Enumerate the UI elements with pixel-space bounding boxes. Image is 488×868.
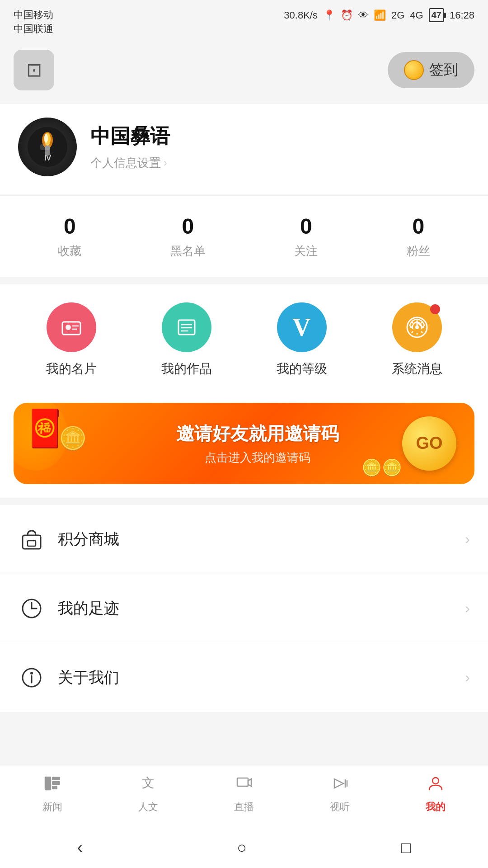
svg-rect-39	[237, 778, 248, 786]
signal-2g-icon: 2G	[391, 9, 404, 21]
avatar[interactable]: Ⅳ	[18, 118, 77, 176]
scan-icon: ⊡	[26, 59, 42, 81]
nav-news[interactable]: 新闻	[5, 774, 100, 814]
menu-my-card[interactable]: 我的名片	[46, 302, 97, 377]
svg-line-24	[421, 322, 422, 323]
nav-audio-label: 视听	[330, 800, 350, 814]
history-label: 我的足迹	[58, 598, 465, 619]
checkin-button[interactable]: 签到	[388, 52, 474, 88]
svg-point-33	[30, 672, 33, 675]
svg-point-7	[66, 325, 71, 330]
time-display: 16:28	[450, 9, 474, 21]
history-icon	[18, 595, 45, 622]
my-card-icon	[47, 302, 96, 352]
network-speed: 30.8K/s	[284, 9, 318, 21]
nav-live-label: 直播	[234, 800, 254, 814]
svg-rect-27	[28, 541, 36, 546]
recent-button[interactable]: □	[383, 834, 429, 862]
nav-culture[interactable]: 文 人文	[100, 774, 196, 814]
favorites-count: 0	[64, 214, 76, 239]
nav-news-icon	[43, 774, 61, 797]
status-right: 30.8K/s 📍 ⏰ 👁 📶 2G 4G 47 16:28	[284, 8, 474, 22]
menu-my-level[interactable]: V 我的等级	[277, 302, 327, 377]
nav-mine-icon	[427, 774, 445, 797]
menu-icons-section: 我的名片 我的作品 V 我的等级	[0, 284, 488, 396]
list-item-shop[interactable]: 积分商城 ›	[0, 505, 488, 574]
about-arrow-icon: ›	[465, 669, 470, 686]
carrier-info: 中国移动 中国联通	[14, 8, 53, 36]
svg-line-22	[412, 322, 413, 323]
eye-icon: 👁	[358, 9, 368, 21]
svg-line-23	[421, 331, 422, 333]
svg-marker-40	[334, 779, 343, 788]
blacklist-count: 0	[182, 214, 194, 239]
shop-arrow-icon: ›	[465, 531, 470, 547]
notification-badge	[430, 304, 440, 314]
nav-mine-label: 我的	[426, 800, 446, 814]
svg-text:Ⅳ: Ⅳ	[44, 154, 52, 162]
banner-title: 邀请好友就用邀请码	[113, 421, 402, 446]
banner-subtitle: 点击进入我的邀请码	[113, 450, 402, 466]
banner-section: 🧧 🪙 邀请好友就用邀请码 点击进入我的邀请码 🪙🪙 GO	[0, 396, 488, 498]
svg-rect-37	[52, 786, 57, 789]
list-item-history[interactable]: 我的足迹 ›	[0, 574, 488, 643]
shop-label: 积分商城	[58, 529, 465, 550]
invite-banner[interactable]: 🧧 🪙 邀请好友就用邀请码 点击进入我的邀请码 🪙🪙 GO	[14, 403, 474, 484]
back-button[interactable]: ‹	[59, 834, 101, 862]
following-count: 0	[300, 214, 312, 239]
system-msg-label: 系统消息	[392, 360, 442, 377]
nav-audio[interactable]: 视听	[292, 774, 388, 814]
svg-rect-34	[45, 777, 51, 790]
battery-indicator: 47	[429, 8, 444, 22]
my-card-label: 我的名片	[46, 360, 97, 377]
location-icon: 📍	[323, 9, 335, 21]
nav-audio-icon	[331, 774, 349, 797]
stat-fans[interactable]: 0 粉丝	[407, 214, 430, 259]
list-item-about[interactable]: 关于我们 ›	[0, 643, 488, 712]
profile-name: 中国彝语	[90, 123, 470, 150]
blacklist-label: 黑名单	[170, 243, 206, 259]
fans-label: 粉丝	[407, 243, 430, 259]
scan-button[interactable]: ⊡	[14, 50, 54, 90]
my-level-icon: V	[277, 302, 327, 352]
following-label: 关注	[294, 243, 318, 259]
fans-count: 0	[412, 214, 424, 239]
menu-my-works[interactable]: 我的作品	[161, 302, 212, 377]
profile-settings-link[interactable]: 个人信息设置 ›	[90, 155, 470, 171]
stat-blacklist[interactable]: 0 黑名单	[170, 214, 206, 259]
avatar-image: Ⅳ	[27, 127, 68, 167]
wifi-icon: 📶	[374, 9, 386, 21]
system-nav: ‹ ○ □	[0, 827, 488, 868]
favorites-label: 收藏	[58, 243, 81, 259]
header: ⊡ 签到	[0, 41, 488, 104]
about-icon	[18, 664, 45, 691]
banner-go-button[interactable]: GO	[402, 416, 456, 471]
profile-section: Ⅳ 中国彝语 个人信息设置 ›	[0, 104, 488, 194]
my-level-label: 我的等级	[277, 360, 327, 377]
svg-rect-36	[52, 782, 60, 784]
history-arrow-icon: ›	[465, 600, 470, 617]
svg-text:文: 文	[142, 776, 155, 790]
banner-coin-deco: 🪙	[59, 425, 87, 452]
checkin-label: 签到	[429, 60, 458, 80]
nav-live[interactable]: 直播	[196, 774, 292, 814]
menu-system-msg[interactable]: 系统消息	[392, 302, 442, 377]
my-works-icon	[162, 302, 211, 352]
signal-4g-icon: 4G	[410, 9, 423, 21]
stats-section: 0 收藏 0 黑名单 0 关注 0 粉丝	[0, 195, 488, 277]
bottom-nav: 新闻 文 人文 直播 视听	[0, 765, 488, 827]
svg-rect-26	[23, 535, 41, 549]
svg-point-17	[415, 326, 419, 329]
stat-favorites[interactable]: 0 收藏	[58, 214, 81, 259]
status-bar: 中国移动 中国联通 30.8K/s 📍 ⏰ 👁 📶 2G 4G 47 16:28	[0, 0, 488, 41]
nav-mine[interactable]: 我的	[388, 774, 483, 814]
shop-icon	[18, 526, 45, 553]
svg-rect-6	[62, 322, 80, 335]
home-button[interactable]: ○	[219, 834, 265, 862]
svg-rect-35	[52, 777, 60, 780]
stat-following[interactable]: 0 关注	[294, 214, 318, 259]
nav-culture-icon: 文	[139, 774, 157, 797]
banner-content: 邀请好友就用邀请码 点击进入我的邀请码	[113, 421, 402, 466]
svg-point-3	[44, 134, 48, 143]
alarm-icon: ⏰	[341, 9, 353, 21]
